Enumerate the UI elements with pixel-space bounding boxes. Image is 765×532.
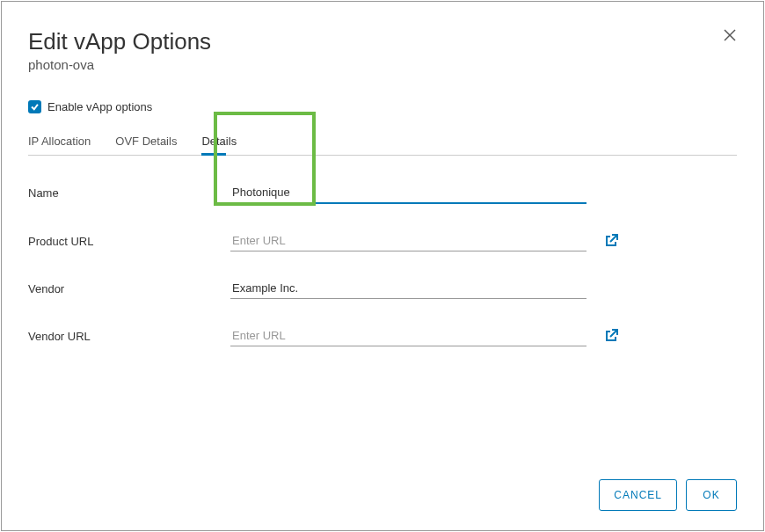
- name-input[interactable]: [230, 182, 586, 202]
- tab-label: Details: [201, 135, 237, 148]
- field-product-url-input-wrap: [230, 230, 586, 251]
- tabs: IP Allocation OVF Details Details: [28, 128, 737, 156]
- tab-label: OVF Details: [115, 135, 177, 148]
- vendor-input[interactable]: [230, 278, 586, 298]
- product-url-input[interactable]: [230, 230, 586, 251]
- field-name-label: Name: [28, 186, 230, 200]
- field-name-input-wrap: [230, 182, 586, 204]
- field-vendor-url-label: Vendor URL: [28, 330, 230, 343]
- tab-ip-allocation[interactable]: IP Allocation: [28, 128, 91, 155]
- enable-vapp-checkbox[interactable]: [28, 100, 41, 113]
- external-link-icon[interactable]: [604, 329, 618, 343]
- dialog-header: Edit vApp Options photon-ova: [28, 28, 737, 72]
- dialog-title: Edit vApp Options: [28, 28, 737, 55]
- ok-button[interactable]: OK: [686, 479, 737, 511]
- fields-container: Name Product URL Vendor Vendor URL: [28, 182, 737, 346]
- field-product-url-label: Product URL: [28, 235, 230, 248]
- field-name-row: Name: [28, 182, 737, 204]
- dialog-subtitle: photon-ova: [28, 57, 737, 72]
- field-vendor-url-input-wrap: [230, 325, 586, 346]
- field-vendor-row: Vendor: [28, 278, 737, 299]
- external-link-icon[interactable]: [604, 234, 618, 248]
- field-product-url-row: Product URL: [28, 230, 737, 251]
- close-icon[interactable]: [723, 28, 737, 42]
- cancel-button[interactable]: CANCEL: [599, 479, 677, 511]
- vendor-url-input[interactable]: [230, 325, 586, 346]
- enable-vapp-label: Enable vApp options: [47, 100, 152, 113]
- dialog-footer: CANCEL OK: [599, 479, 737, 511]
- tab-label: IP Allocation: [28, 135, 91, 148]
- edit-vapp-dialog: Edit vApp Options photon-ova Enable vApp…: [1, 1, 764, 531]
- enable-vapp-checkbox-row: Enable vApp options: [28, 100, 737, 113]
- tab-details[interactable]: Details: [201, 128, 237, 155]
- cancel-button-label: CANCEL: [614, 489, 662, 501]
- field-vendor-input-wrap: [230, 278, 586, 299]
- tab-ovf-details[interactable]: OVF Details: [115, 128, 177, 155]
- field-vendor-label: Vendor: [28, 282, 230, 295]
- field-vendor-url-row: Vendor URL: [28, 325, 737, 346]
- ok-button-label: OK: [703, 489, 719, 501]
